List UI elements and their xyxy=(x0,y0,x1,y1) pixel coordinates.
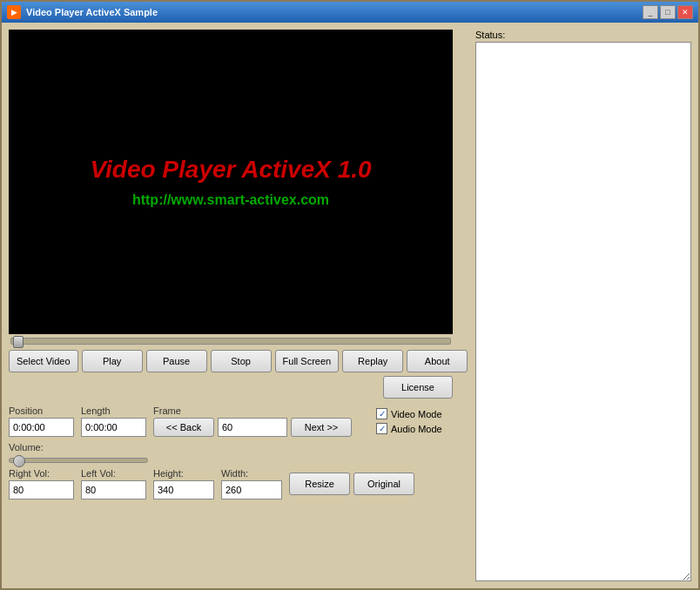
video-mode-row[interactable]: Video Mode xyxy=(376,408,442,419)
app-icon: ▶ xyxy=(7,5,21,19)
right-vol-label: Right Vol: xyxy=(9,468,74,479)
stop-button[interactable]: Stop xyxy=(211,350,272,372)
seek-thumb[interactable] xyxy=(13,336,24,348)
frame-input[interactable] xyxy=(218,418,287,437)
main-window: ▶ Video Player ActiveX Sample _ □ ✕ Vide… xyxy=(0,0,700,590)
height-input[interactable] xyxy=(153,480,214,499)
right-vol-field-group: Right Vol: xyxy=(9,468,74,499)
title-bar: ▶ Video Player ActiveX Sample _ □ ✕ xyxy=(2,2,698,23)
seek-track[interactable] xyxy=(10,338,451,345)
frame-field-group: Frame << Back Next >> xyxy=(153,406,352,437)
left-vol-input[interactable] xyxy=(81,480,146,499)
fullscreen-button[interactable]: Full Screen xyxy=(275,350,340,372)
frame-label: Frame xyxy=(153,406,352,416)
audio-mode-checkbox[interactable] xyxy=(376,423,387,434)
main-buttons-row: Select Video Play Pause Stop Full Screen… xyxy=(9,350,468,372)
window-title: Video Player ActiveX Sample xyxy=(26,7,158,17)
title-bar-left: ▶ Video Player ActiveX Sample xyxy=(7,5,158,19)
volume-slider-group: Volume: xyxy=(9,442,148,463)
video-url: http://www.smart-activex.com xyxy=(132,192,329,208)
select-video-button[interactable]: Select Video xyxy=(9,350,78,372)
status-label: Status: xyxy=(475,30,691,40)
volume-row: Volume: xyxy=(9,442,468,463)
pause-button[interactable]: Pause xyxy=(146,350,207,372)
video-mode-label: Video Mode xyxy=(391,409,442,419)
seek-bar-container xyxy=(9,338,453,345)
length-label: Length xyxy=(81,406,146,416)
next-button[interactable]: Next >> xyxy=(291,418,352,437)
controls-area: Position Length Frame << Back xyxy=(9,406,468,499)
vol-dim-row: Right Vol: Left Vol: Height: Width: xyxy=(9,468,468,499)
left-vol-field-group: Left Vol: xyxy=(81,468,146,499)
checkboxes-group: Video Mode Audio Mode xyxy=(376,408,442,434)
position-length-frame-row: Position Length Frame << Back xyxy=(9,406,468,437)
position-input[interactable] xyxy=(9,418,74,437)
video-display: Video Player ActiveX 1.0 http://www.smar… xyxy=(9,30,453,334)
audio-mode-label: Audio Mode xyxy=(391,424,442,434)
audio-mode-row[interactable]: Audio Mode xyxy=(376,423,442,434)
play-button[interactable]: Play xyxy=(82,350,143,372)
height-field-group: Height: xyxy=(153,468,214,499)
length-field-group: Length xyxy=(81,406,146,437)
video-mode-checkbox[interactable] xyxy=(376,408,387,419)
volume-label: Volume: xyxy=(9,442,148,453)
right-vol-input[interactable] xyxy=(9,480,74,499)
position-field-group: Position xyxy=(9,406,74,437)
status-box[interactable] xyxy=(475,42,691,581)
license-button[interactable]: License xyxy=(383,376,453,399)
width-input[interactable] xyxy=(221,480,282,499)
left-vol-label: Left Vol: xyxy=(81,468,146,479)
close-button[interactable]: ✕ xyxy=(677,5,693,19)
back-button[interactable]: << Back xyxy=(153,418,214,437)
title-buttons: _ □ ✕ xyxy=(643,5,693,19)
right-panel: Status: xyxy=(475,30,691,581)
minimize-button[interactable]: _ xyxy=(643,5,658,19)
video-title: Video Player ActiveX 1.0 xyxy=(90,156,371,184)
volume-slider-track[interactable] xyxy=(9,458,148,463)
volume-slider-thumb[interactable] xyxy=(13,455,25,467)
width-label: Width: xyxy=(221,468,282,479)
resize-original-group: Resize Original xyxy=(289,473,414,495)
length-input[interactable] xyxy=(81,418,146,437)
width-field-group: Width: xyxy=(221,468,282,499)
height-label: Height: xyxy=(153,468,214,479)
license-row: License xyxy=(9,376,453,399)
original-button[interactable]: Original xyxy=(353,473,414,495)
resize-button[interactable]: Resize xyxy=(289,473,350,495)
about-button[interactable]: About xyxy=(407,350,468,372)
maximize-button[interactable]: □ xyxy=(660,5,676,19)
position-label: Position xyxy=(9,406,74,416)
replay-button[interactable]: Replay xyxy=(342,350,403,372)
